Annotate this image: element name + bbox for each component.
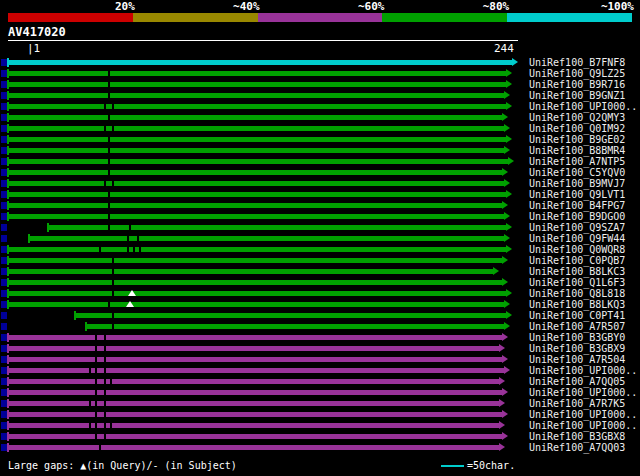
hit-label[interactable]: UniRef100_A7R504 xyxy=(529,354,625,365)
alignment-bar[interactable] xyxy=(8,401,500,406)
hit-label[interactable]: UniRef100_Q9FW44 xyxy=(529,233,625,244)
bar-arrowhead xyxy=(502,410,508,418)
bar-arrowhead xyxy=(502,432,508,440)
gap-notch xyxy=(95,368,97,373)
hit-label[interactable]: UniRef100_B9GE02 xyxy=(529,134,625,145)
row-index-marker xyxy=(1,323,7,330)
hit-label[interactable]: UniRef100_Q9LZ25 xyxy=(529,68,625,79)
hit-label[interactable]: UniRef100_Q1L6F3 xyxy=(529,277,625,288)
bar-arrowhead xyxy=(504,179,510,187)
alignment-bar[interactable] xyxy=(8,126,505,131)
hit-label[interactable]: UniRef100_A7QQ03 xyxy=(529,442,625,453)
alignment-bar[interactable] xyxy=(8,291,507,296)
hit-label[interactable]: UniRef100_UPI000.. xyxy=(529,420,637,431)
alignment-bar[interactable] xyxy=(8,148,505,153)
alignment-bar[interactable] xyxy=(8,258,503,263)
alignment-bar[interactable] xyxy=(86,324,505,329)
alignment-bar[interactable] xyxy=(8,346,500,351)
alignment-bar[interactable] xyxy=(8,60,513,65)
gap-notch xyxy=(95,434,97,439)
alignment-bar[interactable] xyxy=(75,313,507,318)
bar-arrowhead xyxy=(512,58,518,66)
hit-label[interactable]: UniRef100_B4FPG7 xyxy=(529,200,625,211)
alignment-bar[interactable] xyxy=(8,269,494,274)
alignment-row: UniRef100_Q0WQR8 xyxy=(0,244,640,255)
hit-label[interactable]: UniRef100_Q0WQR8 xyxy=(529,244,625,255)
gap-notch xyxy=(104,390,106,395)
bar-arrowhead xyxy=(502,113,508,121)
alignment-bar[interactable] xyxy=(8,247,507,252)
hit-label[interactable]: UniRef100_Q9LVT1 xyxy=(529,189,625,200)
gap-notch xyxy=(112,258,114,263)
hit-label[interactable]: UniRef100_C5YQV0 xyxy=(529,167,625,178)
alignment-bar[interactable] xyxy=(8,357,503,362)
hit-label[interactable]: UniRef100_B7FNF8 xyxy=(529,57,625,68)
alignment-bar[interactable] xyxy=(8,335,503,340)
hit-label[interactable]: UniRef100_B3GBX8 xyxy=(529,431,625,442)
hit-label[interactable]: UniRef100_B8LKC3 xyxy=(529,266,625,277)
alignment-bar[interactable] xyxy=(8,115,503,120)
gap-notch xyxy=(108,148,110,153)
alignment-bar[interactable] xyxy=(8,203,503,208)
hit-label[interactable]: UniRef100_A7NTP5 xyxy=(529,156,625,167)
alignment-bar[interactable] xyxy=(8,104,507,109)
alignment-bar[interactable] xyxy=(8,434,503,439)
alignment-bar[interactable] xyxy=(8,93,505,98)
alignment-bar[interactable] xyxy=(8,423,500,428)
hit-label[interactable]: UniRef100_B9GNZ1 xyxy=(529,90,625,101)
hit-label[interactable]: UniRef100_Q2QMY3 xyxy=(529,112,625,123)
alignment-bar[interactable] xyxy=(8,445,500,450)
hit-label[interactable]: UniRef100_B9DGO0 xyxy=(529,211,625,222)
hit-label[interactable]: UniRef100_UPI000.. xyxy=(529,387,637,398)
hit-label[interactable]: UniRef100_A7R507 xyxy=(529,321,625,332)
gap-notch xyxy=(110,423,112,428)
alignment-bar[interactable] xyxy=(8,71,507,76)
hit-label[interactable]: UniRef100_Q9SZA7 xyxy=(529,222,625,233)
hit-label[interactable]: UniRef100_B8LKQ3 xyxy=(529,299,625,310)
hit-label[interactable]: UniRef100_C0PT41 xyxy=(529,310,625,321)
gap-notch xyxy=(137,236,139,241)
alignment-bar[interactable] xyxy=(8,302,505,307)
identity-scale-label: 20% xyxy=(75,1,135,12)
alignment-bar[interactable] xyxy=(8,214,505,219)
alignment-row: UniRef100_B9GE02 xyxy=(0,134,640,145)
alignment-bar[interactable] xyxy=(8,368,505,373)
alignment-bar[interactable] xyxy=(8,181,505,186)
bar-arrowhead xyxy=(506,289,512,297)
alignment-bar[interactable] xyxy=(8,170,503,175)
hit-label[interactable]: UniRef100_B9MVJ7 xyxy=(529,178,625,189)
identity-scale-label: ~80% xyxy=(449,1,509,12)
alignment-row: UniRef100_C5YQV0 xyxy=(0,167,640,178)
alignment-bar[interactable] xyxy=(8,280,503,285)
gap-notch xyxy=(104,357,106,362)
alignment-bar[interactable] xyxy=(8,412,503,417)
hit-label[interactable]: UniRef100_A7QQ05 xyxy=(529,376,625,387)
alignment-bar[interactable] xyxy=(8,390,503,395)
gap-notch xyxy=(112,126,114,131)
alignment-bar[interactable] xyxy=(48,225,507,230)
gap-notch xyxy=(108,170,110,175)
hit-label[interactable]: UniRef100_UPI000.. xyxy=(529,101,637,112)
hit-label[interactable]: UniRef100_A7R7K5 xyxy=(529,398,625,409)
alignment-bar[interactable] xyxy=(8,379,500,384)
alignment-bar[interactable] xyxy=(29,236,505,241)
alignment-bar[interactable] xyxy=(8,192,507,197)
bar-arrowhead xyxy=(499,377,505,385)
hit-label[interactable]: UniRef100_Q0IM92 xyxy=(529,123,625,134)
hit-label[interactable]: UniRef100_C0PQB7 xyxy=(529,255,625,266)
hit-label[interactable]: UniRef100_UPI000.. xyxy=(529,409,637,420)
hit-label[interactable]: UniRef100_Q8L818 xyxy=(529,288,625,299)
alignment-row: UniRef100_A7QQ05 xyxy=(0,376,640,387)
gap-notch xyxy=(104,181,106,186)
hit-label[interactable]: UniRef100_B9R716 xyxy=(529,79,625,90)
alignment-bar[interactable] xyxy=(8,82,507,87)
alignment-bar[interactable] xyxy=(8,137,507,142)
hit-label[interactable]: UniRef100_B3GBX9 xyxy=(529,343,625,354)
hit-label[interactable]: UniRef100_UPI000.. xyxy=(529,365,637,376)
alignment-bar[interactable] xyxy=(8,159,509,164)
alignment-row: UniRef100_UPI000.. xyxy=(0,365,640,376)
alignment-row: UniRef100_B9R716 xyxy=(0,79,640,90)
hit-label[interactable]: UniRef100_B8BMR4 xyxy=(529,145,625,156)
ruler-line xyxy=(8,40,518,41)
hit-label[interactable]: UniRef100_B3GBY0 xyxy=(529,332,625,343)
